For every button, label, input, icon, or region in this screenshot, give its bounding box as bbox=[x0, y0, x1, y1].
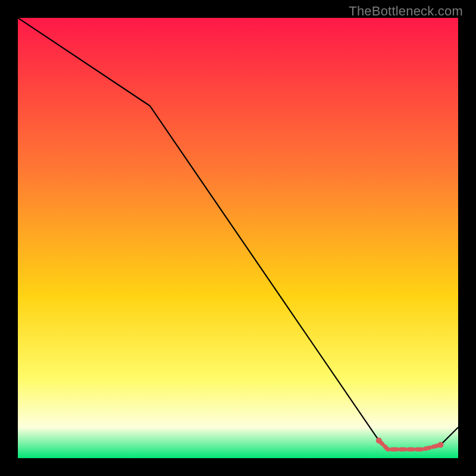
chart-plot-area bbox=[18, 18, 458, 458]
heat-gradient-background bbox=[18, 18, 458, 458]
optimal-range-endpoint bbox=[376, 437, 382, 443]
optimal-range-endpoint bbox=[437, 442, 443, 448]
chart-svg bbox=[18, 18, 458, 458]
attribution-text: TheBottleneck.com bbox=[349, 4, 463, 19]
